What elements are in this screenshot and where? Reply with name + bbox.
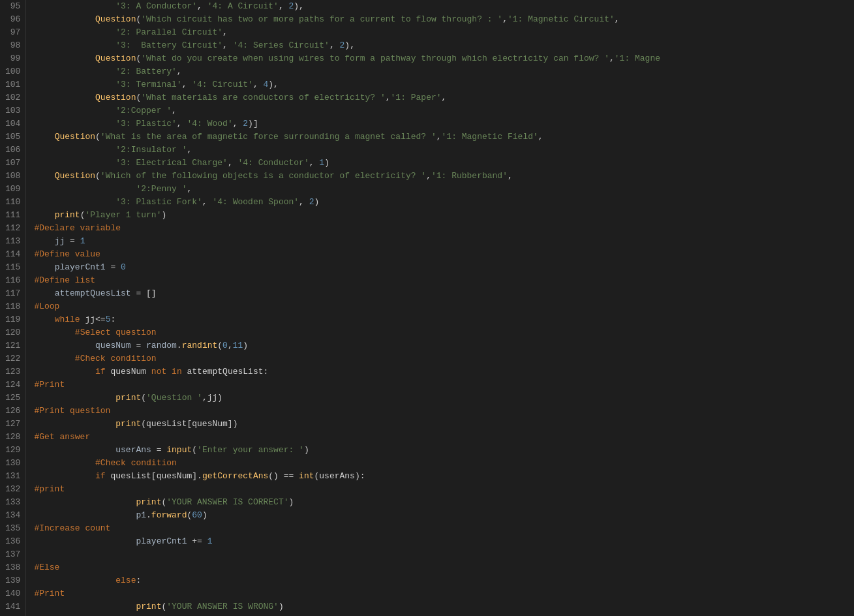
code-line: print('Player 1 turn'): [34, 209, 854, 222]
code-content[interactable]: '3: A Conductor', '4: A Circuit', 2), Qu…: [26, 0, 854, 616]
line-number: 117: [5, 287, 20, 300]
code-line: else:: [34, 574, 854, 587]
line-number: 126: [5, 405, 20, 418]
code-line: #Define value: [34, 248, 854, 261]
code-line: #Declare variable: [34, 222, 854, 235]
code-line: playerCnt1 = 0: [34, 261, 854, 274]
code-line: if quesList[quesNum].getCorrectAns() == …: [34, 470, 854, 483]
line-number: 131: [5, 470, 20, 483]
code-line: '3: Battery Circuit', '4: Series Circuit…: [34, 39, 854, 52]
line-number: 118: [5, 300, 20, 313]
code-line: #Print question: [34, 405, 854, 418]
code-line: Question('What do you create when using …: [34, 52, 854, 65]
code-line: '2:Insulator ',: [34, 144, 854, 157]
line-number: 135: [5, 522, 20, 535]
code-line: '2:Penny ',: [34, 183, 854, 196]
code-line: '3: Terminal', '4: Circuit', 4),: [34, 78, 854, 91]
line-number: 111: [5, 209, 20, 222]
line-number: 134: [5, 509, 20, 522]
line-number: 100: [5, 65, 20, 78]
line-number: 138: [5, 561, 20, 574]
code-line: #Loop: [34, 300, 854, 313]
code-line: #Check condition: [34, 352, 854, 365]
line-number: 99: [5, 52, 20, 65]
code-line: Question('Which of the following objects…: [34, 170, 854, 183]
code-line: userAns = input('Enter your answer: '): [34, 444, 854, 457]
line-number: 137: [5, 548, 20, 561]
line-number: 104: [5, 117, 20, 131]
code-line: print(quesList[quesNum]): [34, 418, 854, 431]
line-number: 108: [5, 170, 20, 183]
code-line: jj = 1: [34, 235, 854, 248]
code-line: if quesNum not in attemptQuesList:: [34, 365, 854, 378]
code-line: Question('What materials are conductors …: [34, 91, 854, 104]
line-number: 101: [5, 78, 20, 91]
line-number: 121: [5, 339, 20, 352]
code-line: '3: A Conductor', '4: A Circuit', 2),: [34, 0, 854, 13]
line-number: 114: [5, 248, 20, 261]
line-number: 110: [5, 196, 20, 209]
line-number: 128: [5, 431, 20, 444]
line-number: 120: [5, 326, 20, 339]
line-number: 139: [5, 574, 20, 587]
code-line: '3: Electrical Charge', '4: Conductor', …: [34, 157, 854, 170]
code-line: print('Question ',jj): [34, 392, 854, 405]
code-editor: 9596979899100101102103104105106107108109…: [0, 0, 854, 616]
code-line: print('YOUR ANSWER IS WRONG'): [34, 600, 854, 613]
code-line: print('YOUR ANSWER IS CORRECT'): [34, 496, 854, 509]
line-number: 130: [5, 457, 20, 470]
line-number: 129: [5, 444, 20, 457]
line-number: 122: [5, 352, 20, 365]
line-number: 106: [5, 144, 20, 157]
line-number: 119: [5, 313, 20, 326]
line-number: 107: [5, 157, 20, 170]
code-line: '3: Plastic', '4: Wood', 2)]: [34, 117, 854, 131]
line-number: 124: [5, 378, 20, 392]
code-line: p1.forward(60): [34, 509, 854, 522]
code-line: '2: Battery',: [34, 65, 854, 78]
code-line: quesNum = random.randint(0,11): [34, 339, 854, 352]
line-number: 105: [5, 131, 20, 144]
code-line: Question('Which circuit has two or more …: [34, 13, 854, 26]
line-number: 141: [5, 600, 20, 613]
code-line: #Print: [34, 378, 854, 392]
line-number: 116: [5, 274, 20, 287]
line-number: 112: [5, 222, 20, 235]
line-number: 109: [5, 183, 20, 196]
code-line: '2:Copper ',: [34, 104, 854, 117]
line-number: 103: [5, 104, 20, 117]
code-line: #Define list: [34, 274, 854, 287]
code-line: Question('What is the area of magnetic f…: [34, 131, 854, 144]
code-line: #Print: [34, 587, 854, 600]
line-number: 136: [5, 535, 20, 548]
code-line: while jj<=5:: [34, 313, 854, 326]
line-numbers: 9596979899100101102103104105106107108109…: [0, 0, 26, 616]
line-number: 133: [5, 496, 20, 509]
line-number: 140: [5, 587, 20, 600]
line-number: 125: [5, 392, 20, 405]
line-number: 123: [5, 365, 20, 378]
code-line: attemptQuesList = []: [34, 287, 854, 300]
line-number: 113: [5, 235, 20, 248]
code-line: #Check condition: [34, 457, 854, 470]
line-number: 98: [5, 39, 20, 52]
code-line: '2: Parallel Circuit',: [34, 26, 854, 39]
line-number: 115: [5, 261, 20, 274]
code-line: playerCnt1 += 1: [34, 535, 854, 548]
line-number: 102: [5, 91, 20, 104]
code-line: [34, 548, 854, 561]
line-number: 97: [5, 26, 20, 39]
line-number: 127: [5, 418, 20, 431]
code-line: #Select question: [34, 326, 854, 339]
code-line: #print: [34, 483, 854, 496]
line-number: 132: [5, 483, 20, 496]
code-line: '3: Plastic Fork', '4: Wooden Spoon', 2): [34, 196, 854, 209]
code-line: #Increase count: [34, 522, 854, 535]
code-line: #Get answer: [34, 431, 854, 444]
code-line: #Else: [34, 561, 854, 574]
line-number: 95: [5, 0, 20, 13]
line-number: 96: [5, 13, 20, 26]
